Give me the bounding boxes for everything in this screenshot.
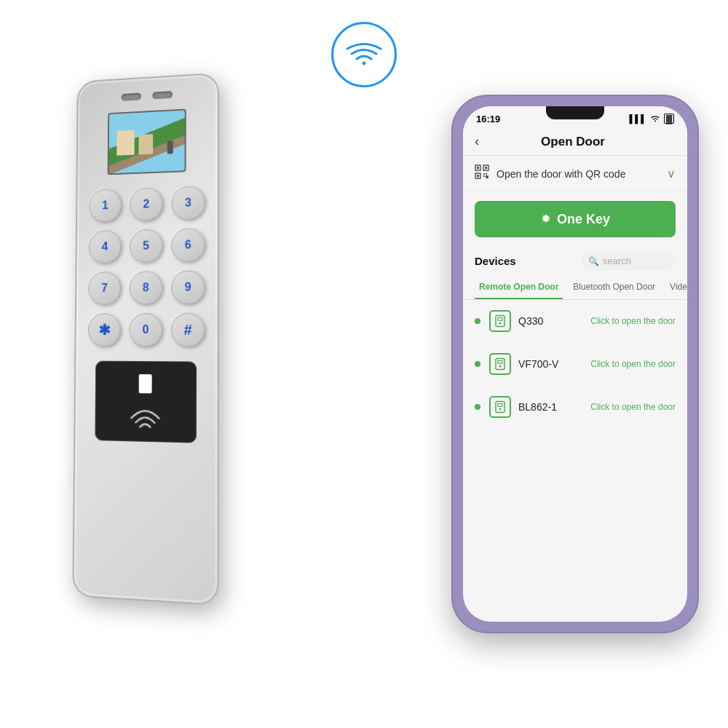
back-button[interactable]: ‹ [475, 134, 479, 149]
page-title: Open Door [488, 135, 658, 149]
key-hash[interactable]: # [171, 313, 205, 347]
rfid-arcs [127, 399, 164, 429]
search-placeholder-text: search [603, 256, 631, 266]
bluetooth-icon: ⁕ [540, 211, 551, 227]
device-name-vf700v: VF700-V [518, 358, 558, 370]
svg-rect-10 [496, 316, 505, 327]
phone-body: 16:19 ▌▌▌ ▓ ‹ Open Do [451, 95, 699, 633]
svg-point-18 [499, 408, 502, 411]
search-icon: 🔍 [588, 256, 599, 266]
screen-image [109, 110, 185, 173]
key-5[interactable]: 5 [130, 229, 163, 262]
device-icon [489, 310, 511, 332]
devices-header: Devices 🔍 search [463, 246, 687, 276]
tab-bluetooth-open-door[interactable]: Bluetooth Open Door [569, 276, 660, 299]
device-item-q330[interactable]: Q330 Click to open the door [463, 300, 687, 343]
devices-label: Devices [475, 255, 516, 267]
key-7[interactable]: 7 [88, 272, 121, 305]
svg-point-15 [499, 365, 502, 368]
qr-icon [475, 165, 489, 183]
app-header: ‹ Open Door [463, 127, 687, 156]
key-1[interactable]: 1 [89, 189, 122, 222]
svg-rect-16 [496, 402, 505, 413]
battery-icon: ▓ [664, 114, 674, 124]
key-6[interactable]: 6 [171, 228, 205, 262]
qr-text: Open the door with QR code [496, 168, 625, 180]
open-door-link-bl862[interactable]: Click to open the door [590, 402, 676, 412]
screen-building-2 [139, 134, 154, 154]
svg-rect-6 [483, 173, 485, 175]
wifi-badge [331, 22, 397, 87]
rfid-card-icon [139, 374, 152, 393]
device-item-left: Q330 [475, 310, 543, 332]
sensor-right [152, 91, 173, 99]
signal-icon: ▌▌▌ [630, 114, 646, 123]
qr-row[interactable]: Open the door with QR code ∨ [463, 156, 687, 192]
rfid-waves [127, 374, 164, 429]
qr-left: Open the door with QR code [475, 165, 625, 183]
wifi-icon [346, 40, 382, 69]
one-key-label: One Key [557, 212, 610, 227]
access-device: 1 2 3 4 5 6 7 8 9 ✱ 0 # [44, 73, 248, 641]
svg-rect-3 [485, 167, 487, 169]
key-2[interactable]: 2 [130, 187, 162, 221]
tab-video[interactable]: Video [665, 276, 687, 299]
svg-rect-7 [486, 173, 487, 175]
status-time: 16:19 [476, 114, 500, 124]
svg-rect-14 [498, 361, 502, 364]
status-bar: 16:19 ▌▌▌ ▓ [463, 106, 687, 127]
tabs-row: Remote Open Door Bluetooth Open Door Vid… [463, 276, 687, 300]
keypad: 1 2 3 4 5 6 7 8 9 ✱ 0 # [88, 186, 205, 347]
screen-building-1 [116, 130, 134, 155]
device-item-bl862[interactable]: BL862-1 Click to open the door [463, 386, 687, 429]
svg-rect-13 [496, 359, 505, 370]
svg-rect-5 [477, 175, 479, 177]
open-door-link-q330[interactable]: Click to open the door [590, 316, 676, 326]
device-status-dot [475, 361, 480, 367]
svg-rect-8 [483, 175, 485, 177]
svg-point-12 [499, 323, 502, 325]
app-content: Open the door with QR code ∨ ⁕ One Key D… [463, 156, 687, 622]
device-icon [489, 353, 511, 375]
device-item-left: BL862-1 [475, 396, 557, 418]
device-sensors [122, 91, 173, 101]
rfid-reader [95, 361, 197, 443]
key-9[interactable]: 9 [171, 270, 205, 304]
key-0[interactable]: 0 [129, 313, 162, 347]
phone: 16:19 ▌▌▌ ▓ ‹ Open Do [451, 95, 699, 633]
svg-rect-17 [498, 404, 502, 407]
phone-screen: 16:19 ▌▌▌ ▓ ‹ Open Do [463, 106, 687, 622]
wifi-status-icon [649, 114, 661, 123]
key-4[interactable]: 4 [89, 230, 122, 264]
search-box[interactable]: 🔍 search [581, 252, 676, 270]
device-name-bl862: BL862-1 [518, 401, 557, 413]
key-star[interactable]: ✱ [88, 313, 121, 347]
screen-figure [167, 141, 173, 154]
svg-rect-1 [477, 167, 479, 169]
key-3[interactable]: 3 [171, 186, 205, 220]
chevron-down-icon[interactable]: ∨ [667, 167, 676, 181]
wifi-circle [331, 22, 397, 87]
device-name-q330: Q330 [518, 315, 543, 327]
one-key-button[interactable]: ⁕ One Key [475, 201, 676, 237]
device-list: Q330 Click to open the door [463, 300, 687, 622]
tab-remote-open-door[interactable]: Remote Open Door [475, 276, 563, 299]
device-item-vf700v[interactable]: VF700-V Click to open the door [463, 343, 687, 386]
sensor-left [122, 93, 141, 101]
device-icon [489, 396, 511, 418]
open-door-link-vf700v[interactable]: Click to open the door [590, 359, 676, 369]
device-screen [108, 108, 186, 175]
status-icons: ▌▌▌ ▓ [630, 114, 674, 124]
key-8[interactable]: 8 [130, 271, 163, 304]
svg-rect-11 [498, 318, 502, 321]
device-status-dot [475, 318, 480, 324]
device-body: 1 2 3 4 5 6 7 8 9 ✱ 0 # [72, 73, 219, 606]
device-item-left: VF700-V [475, 353, 558, 375]
svg-rect-9 [486, 175, 488, 178]
device-status-dot [475, 404, 480, 410]
